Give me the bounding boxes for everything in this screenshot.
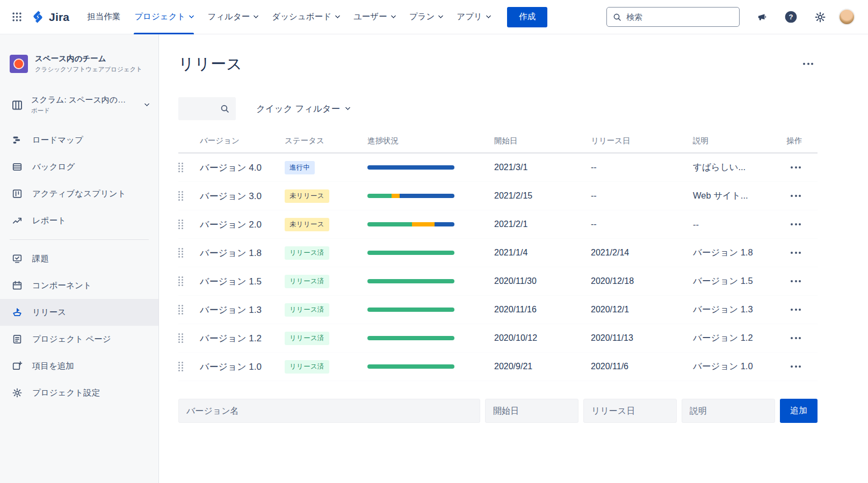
sidebar-item-roadmap[interactable]: ロードマップ bbox=[0, 127, 158, 153]
version-name[interactable]: バージョン 1.3 bbox=[200, 304, 285, 316]
status-badge: リリース済 bbox=[285, 303, 329, 317]
user-avatar[interactable] bbox=[838, 9, 855, 25]
status-badge: 未リリース bbox=[285, 189, 329, 203]
description: バージョン 1.2 bbox=[693, 332, 786, 344]
nav-item-your-work[interactable]: 担当作業 bbox=[80, 0, 127, 34]
row-more-button[interactable] bbox=[786, 247, 805, 258]
help-icon[interactable]: ? bbox=[780, 6, 802, 28]
issues-icon bbox=[11, 253, 23, 264]
release-date-input[interactable] bbox=[583, 399, 677, 423]
sidebar-item-reports[interactable]: レポート bbox=[0, 207, 158, 234]
announcement-icon[interactable] bbox=[752, 7, 772, 27]
description: -- bbox=[693, 219, 786, 230]
sidebar-item-label: アクティブなスプリント bbox=[32, 188, 126, 200]
release-date: -- bbox=[591, 219, 693, 229]
table-row: バージョン 1.0リリース済2020/9/212020/11/6バージョン 1.… bbox=[178, 353, 818, 381]
status-badge: リリース済 bbox=[285, 360, 329, 374]
description: Web サイト... bbox=[693, 190, 786, 202]
column-header-progress: 進捗状況 bbox=[367, 136, 494, 146]
start-date: 2020/11/16 bbox=[494, 305, 591, 314]
primary-nav: 担当作業プロジェクトフィルターダッシュボードユーザープランアプリ bbox=[80, 0, 497, 34]
sidebar-item-label: 項目を追加 bbox=[32, 361, 74, 372]
progress-segment bbox=[435, 222, 454, 226]
drag-handle-icon[interactable] bbox=[178, 333, 184, 343]
version-name[interactable]: バージョン 1.8 bbox=[200, 247, 285, 259]
settings-gear-icon[interactable] bbox=[810, 7, 830, 27]
drag-handle-icon[interactable] bbox=[178, 362, 184, 372]
row-more-button[interactable] bbox=[786, 219, 805, 230]
progress-bar bbox=[367, 308, 454, 312]
drag-handle-icon[interactable] bbox=[178, 305, 184, 315]
progress-bar bbox=[367, 222, 454, 226]
drag-handle-icon[interactable] bbox=[178, 191, 184, 201]
page-more-button[interactable] bbox=[799, 58, 818, 69]
row-more-button[interactable] bbox=[786, 304, 805, 315]
start-date: 2021/2/15 bbox=[494, 191, 591, 201]
row-more-button[interactable] bbox=[786, 333, 805, 343]
sidebar-item-backlog[interactable]: バックログ bbox=[0, 153, 158, 180]
global-search-input[interactable] bbox=[626, 12, 733, 21]
nav-item-people[interactable]: ユーザー bbox=[346, 0, 402, 34]
nav-item-apps[interactable]: アプリ bbox=[450, 0, 497, 34]
row-more-button[interactable] bbox=[786, 191, 805, 201]
create-button[interactable]: 作成 bbox=[507, 7, 547, 27]
sidebar-item-releases[interactable]: リリース bbox=[0, 299, 158, 326]
nav-item-projects[interactable]: プロジェクト bbox=[127, 0, 200, 34]
app-switcher-icon[interactable] bbox=[8, 8, 26, 26]
sidebar-item-add-item[interactable]: 項目を追加 bbox=[0, 353, 158, 379]
jira-logo[interactable]: Jira bbox=[31, 10, 69, 24]
row-more-button[interactable] bbox=[786, 361, 805, 372]
jira-logo-icon bbox=[31, 10, 45, 24]
sidebar-item-active-sprints[interactable]: アクティブなスプリント bbox=[0, 180, 158, 207]
progress-segment bbox=[367, 222, 412, 226]
start-date: 2020/11/30 bbox=[494, 276, 591, 286]
reports-icon bbox=[11, 215, 23, 226]
nav-item-plans[interactable]: プラン bbox=[402, 0, 450, 34]
chevron-down-icon bbox=[345, 105, 351, 111]
nav-item-label: アプリ bbox=[457, 11, 482, 23]
table-row: バージョン 3.0未リリース2021/2/15--Web サイト... bbox=[178, 182, 818, 210]
drag-handle-icon[interactable] bbox=[178, 219, 184, 230]
release-date: 2020/12/1 bbox=[591, 305, 693, 314]
row-more-button[interactable] bbox=[786, 162, 805, 173]
version-name[interactable]: バージョン 3.0 bbox=[200, 190, 285, 202]
sidebar-item-issues[interactable]: 課題 bbox=[0, 245, 158, 272]
sidebar-item-label: ロードマップ bbox=[32, 135, 83, 146]
search-icon bbox=[613, 13, 621, 21]
quick-filters-dropdown[interactable]: クイック フィルター bbox=[256, 103, 350, 115]
nav-item-dashboards[interactable]: ダッシュボード bbox=[265, 0, 346, 34]
release-date: 2020/11/13 bbox=[591, 333, 693, 343]
progress-segment bbox=[367, 251, 454, 255]
version-name[interactable]: バージョン 1.2 bbox=[200, 332, 285, 345]
release-date: -- bbox=[591, 163, 693, 172]
sidebar-item-components[interactable]: コンポーネント bbox=[0, 272, 158, 299]
progress-segment bbox=[367, 308, 454, 312]
sidebar-item-label: バックログ bbox=[32, 162, 75, 173]
sidebar-item-settings[interactable]: プロジェクト設定 bbox=[0, 379, 158, 406]
version-name-input[interactable] bbox=[178, 399, 480, 423]
version-name[interactable]: バージョン 1.5 bbox=[200, 275, 285, 288]
table-search-input[interactable] bbox=[185, 104, 217, 113]
jira-logo-text: Jira bbox=[49, 11, 69, 24]
drag-handle-icon[interactable] bbox=[178, 163, 184, 173]
drag-handle-icon[interactable] bbox=[178, 248, 184, 258]
board-switcher[interactable]: スクラム: スペース内の… ボード bbox=[0, 90, 158, 119]
add-version-button[interactable]: 追加 bbox=[780, 399, 818, 423]
drag-handle-icon[interactable] bbox=[178, 276, 184, 287]
start-date-input[interactable] bbox=[485, 399, 578, 423]
version-name[interactable]: バージョン 2.0 bbox=[200, 218, 285, 231]
sidebar-item-pages[interactable]: プロジェクト ページ bbox=[0, 326, 158, 353]
version-name[interactable]: バージョン 1.0 bbox=[200, 361, 285, 373]
global-search bbox=[606, 7, 740, 27]
version-name[interactable]: バージョン 4.0 bbox=[200, 162, 285, 174]
releases-icon bbox=[11, 307, 23, 318]
row-more-button[interactable] bbox=[786, 276, 805, 287]
sidebar-item-label: 課題 bbox=[32, 253, 49, 265]
sidebar-item-label: プロジェクト ページ bbox=[32, 334, 111, 345]
progress-segment bbox=[412, 222, 435, 226]
nav-item-filters[interactable]: フィルター bbox=[200, 0, 265, 34]
description: バージョン 1.5 bbox=[693, 275, 786, 287]
table-row: バージョン 1.3リリース済2020/11/162020/12/1バージョン 1… bbox=[178, 296, 818, 324]
add-item-icon bbox=[11, 361, 23, 371]
description-input[interactable] bbox=[682, 399, 775, 423]
